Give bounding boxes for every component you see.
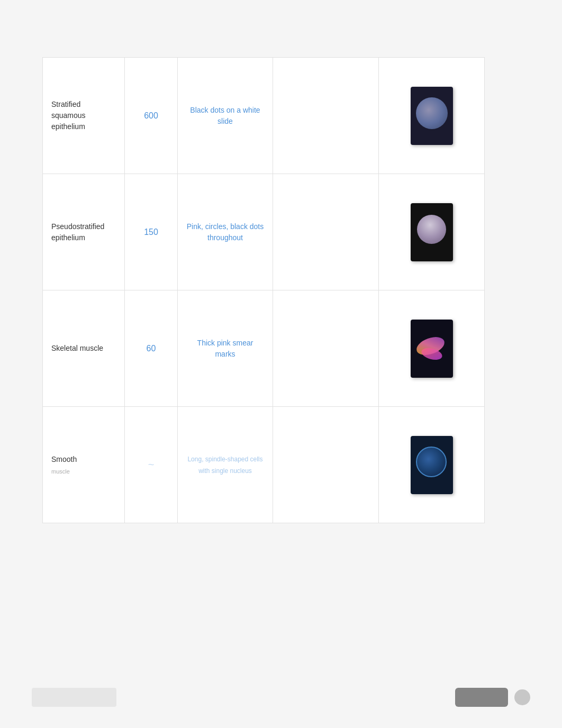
main-table: Stratified squamous epithelium 600 Black…: [42, 57, 485, 523]
slide-thumbnail: [411, 436, 453, 494]
slide-circle: [416, 97, 448, 129]
cell-desc: Black dots on a white slide: [190, 106, 260, 125]
cell-image: [379, 174, 485, 290]
empty-col: [273, 407, 379, 523]
close-button[interactable]: [514, 689, 530, 705]
cell-name: Smooth: [51, 455, 77, 463]
slide-thumbnail: [411, 320, 453, 378]
slide-circle: [416, 447, 447, 477]
cell-image: [379, 58, 485, 174]
cell-count: 600: [144, 111, 158, 120]
slide-circle: [417, 215, 446, 244]
slide-background: [411, 87, 453, 145]
table-row[interactable]: Stratified squamous epithelium 600 Black…: [43, 58, 485, 174]
empty-col: [273, 58, 379, 174]
cell-image: [379, 407, 485, 523]
cell-count: 60: [147, 344, 156, 353]
cell-name: Skeletal muscle: [51, 344, 103, 352]
slide-background: [411, 436, 453, 494]
empty-col: [273, 290, 379, 407]
cell-count-blurred: ~: [148, 459, 155, 470]
slide-thumbnail: [411, 203, 453, 261]
cell-image: [379, 290, 485, 407]
continue-button[interactable]: [455, 688, 508, 707]
cell-desc: Thick pink smear marks: [197, 339, 253, 358]
cell-count: 150: [144, 228, 158, 236]
cell-desc-blurred: Long, spindle-shaped cells with single n…: [187, 456, 262, 474]
bottom-bar: [32, 688, 530, 707]
table-row[interactable]: Pseudostratified epithelium 150 Pink, ci…: [43, 174, 485, 290]
empty-col: [273, 174, 379, 290]
app-logo: [32, 688, 116, 707]
slide-background: [411, 203, 453, 261]
slide-background: [411, 320, 453, 378]
table-row[interactable]: Skeletal muscle 60 Thick pink smear mark…: [43, 290, 485, 407]
cell-desc: Pink, circles, black dots throughout: [187, 222, 264, 242]
cell-sub-name: muscle: [51, 467, 116, 476]
cell-name: Stratified squamous epithelium: [51, 100, 86, 131]
slide-thumbnail: [411, 87, 453, 145]
table-row[interactable]: Smooth muscle ~ Long, spindle-shaped cel…: [43, 407, 485, 523]
cell-name: Pseudostratified epithelium: [51, 222, 104, 242]
